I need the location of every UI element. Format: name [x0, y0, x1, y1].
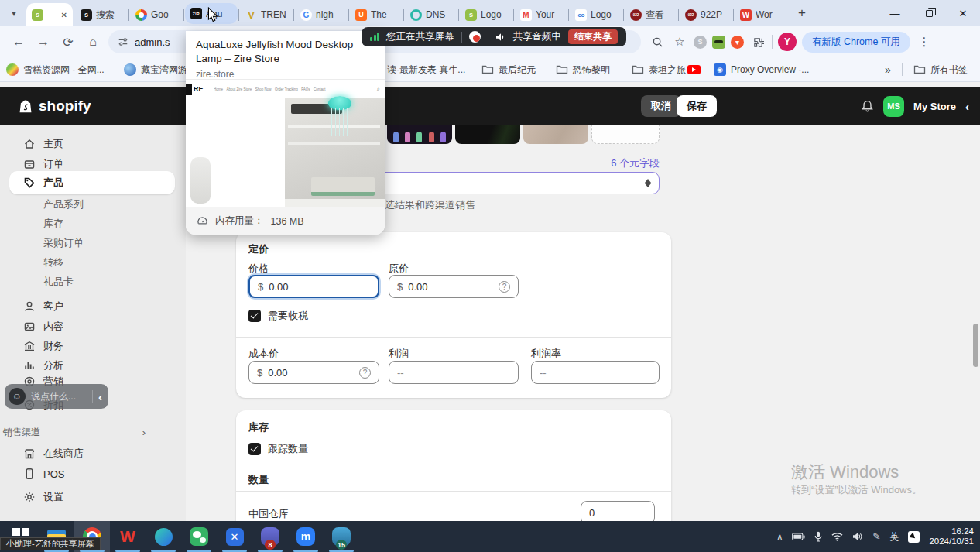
battery-icon[interactable] — [792, 533, 805, 541]
sidebar-item-home[interactable]: 主页 — [0, 134, 186, 154]
track-quantity-row[interactable]: 跟踪数量 — [248, 442, 308, 456]
taskbar-app-badge-15[interactable]: 15 — [324, 521, 359, 552]
taskbar-wps[interactable]: W — [110, 521, 146, 552]
home-button[interactable]: ⌂ — [81, 29, 105, 54]
taskbar-docs[interactable] — [146, 521, 181, 552]
help-icon[interactable]: ? — [359, 367, 371, 379]
checkbox-checked-icon[interactable] — [248, 443, 261, 455]
price-input[interactable] — [269, 281, 370, 293]
tab-nigh[interactable]: G nigh — [295, 3, 348, 26]
sidebar-item-customers[interactable]: 客户 — [0, 297, 186, 317]
bookmark-folder[interactable]: 泰坦之旅 — [632, 62, 686, 77]
margin-field[interactable] — [531, 361, 660, 384]
menu-dots-icon[interactable]: ⋮ — [916, 33, 933, 50]
shopify-logo[interactable]: shopify — [17, 98, 91, 115]
close-button[interactable]: ✕ — [946, 0, 980, 26]
profit-input[interactable] — [397, 367, 510, 379]
tab-close-icon[interactable]: ✕ — [61, 11, 67, 19]
page-scrollbar-thumb[interactable] — [973, 324, 978, 367]
extension-glasses-icon[interactable] — [712, 36, 725, 49]
checkbox-checked-icon[interactable] — [248, 310, 261, 322]
sidebar-item-settings[interactable]: 设置 — [0, 487, 186, 507]
bookmark-item[interactable]: 雪糕资源网 - 全网... — [6, 62, 105, 77]
store-avatar[interactable]: MS — [883, 96, 904, 117]
tab-your[interactable]: M Your — [515, 3, 567, 26]
notification-bell-icon[interactable] — [861, 100, 874, 113]
forward-button[interactable]: → — [31, 29, 56, 54]
profile-avatar[interactable]: Y — [778, 33, 797, 51]
assistant-collapse-icon[interactable]: ‹ — [98, 390, 102, 403]
extension-download-icon[interactable]: ▾ — [731, 36, 744, 49]
profit-field[interactable] — [389, 361, 519, 384]
tab-logo-1[interactable]: s Logo — [460, 3, 512, 26]
extension-gray-icon[interactable]: S — [694, 36, 707, 49]
bookmarks-overflow-chevron[interactable]: » — [885, 62, 891, 77]
cost-input[interactable] — [268, 367, 355, 379]
new-tab-button[interactable]: + — [792, 3, 812, 23]
taskbar-wechat[interactable] — [181, 521, 217, 552]
site-info-tune-icon[interactable] — [118, 36, 128, 47]
tab-dns[interactable]: DNS — [405, 3, 457, 26]
tab-chakan[interactable]: 922 查看 — [625, 3, 677, 26]
sidebar-item-online-store[interactable]: 在线商店 — [0, 444, 186, 464]
tray-expand-icon[interactable]: ∧ — [776, 532, 783, 542]
back-button[interactable]: ← — [6, 29, 31, 54]
tab-goo[interactable]: Goo — [130, 3, 183, 26]
tab-wor[interactable]: W Wor — [735, 3, 787, 26]
chrome-update-chip[interactable]: 有新版 Chrome 可用 — [802, 32, 910, 53]
extensions-puzzle-icon[interactable] — [749, 33, 766, 50]
price-field[interactable]: $ — [248, 275, 379, 298]
save-button[interactable]: 保存 — [677, 95, 717, 117]
tab-tren[interactable]: V TREN — [240, 3, 293, 26]
search-icon[interactable] — [649, 33, 666, 50]
bookmark-item[interactable]: 藏宝湾网游 — [124, 62, 187, 77]
ime-indicator[interactable]: 英 — [889, 530, 899, 543]
sidebar-item-products[interactable]: 产品 — [0, 173, 186, 193]
sales-channels-header[interactable]: 销售渠道 › — [3, 426, 183, 439]
tab-active-shopify[interactable]: s ✕ — [26, 3, 73, 26]
assistant-widget[interactable]: ☺ 说点什么... ‹ — [5, 384, 108, 409]
metafields-link[interactable]: 6 个元字段 — [611, 156, 660, 170]
microphone-icon[interactable] — [814, 531, 822, 542]
charge-tax-row[interactable]: 需要收税 — [248, 309, 308, 323]
sidebar-item-gift-cards[interactable]: 礼品卡 — [0, 272, 186, 292]
sidebar-item-pos[interactable]: POS — [0, 464, 186, 484]
sidebar-item-transfers[interactable]: 转移 — [0, 252, 186, 273]
collapse-chevron-icon[interactable]: ‹ — [965, 100, 969, 113]
bookmark-item[interactable]: 读-最新发表 真牛... — [387, 62, 465, 77]
taskbar-clock[interactable]: 16:24 2024/10/31 — [929, 526, 974, 547]
tab-search-chevron-icon[interactable]: ▾ — [5, 4, 23, 22]
reload-button[interactable]: ⟳ — [56, 29, 81, 54]
compare-price-input[interactable] — [408, 281, 494, 293]
tab-the[interactable]: U The — [350, 3, 403, 26]
quantity-field[interactable] — [581, 501, 655, 521]
sidebar-item-inventory[interactable]: 库存 — [0, 214, 186, 234]
bookmark-item[interactable]: ◉ Proxy Overview -... — [714, 62, 809, 77]
wifi-icon[interactable] — [831, 532, 843, 541]
tab-logo-2[interactable]: oo Logo — [570, 3, 622, 26]
taskbar-app-badge-8[interactable]: 8 — [252, 521, 288, 552]
help-icon[interactable]: ? — [499, 281, 510, 293]
compare-price-field[interactable]: $ ? — [389, 275, 519, 298]
taskbar-x-app[interactable]: ✕ — [217, 521, 252, 552]
pen-icon[interactable]: ✎ — [872, 531, 880, 542]
cost-field[interactable]: $ ? — [248, 361, 379, 384]
sidebar-item-finance[interactable]: 财务 — [0, 336, 186, 356]
margin-input[interactable] — [540, 367, 651, 379]
bookmark-youtube[interactable] — [687, 62, 705, 77]
touch-keyboard-icon[interactable] — [908, 531, 920, 543]
all-bookmarks[interactable]: 所有书签 — [913, 62, 968, 77]
taskbar-meeting[interactable]: m — [288, 521, 324, 552]
restore-button[interactable] — [912, 0, 946, 26]
bookmark-folder[interactable]: 最后纪元 — [481, 62, 536, 77]
minimize-button[interactable]: — — [878, 0, 912, 26]
quantity-input[interactable] — [589, 507, 646, 519]
cancel-button[interactable]: 取消 — [641, 95, 681, 117]
assistant-placeholder[interactable]: 说点什么... — [31, 390, 87, 403]
volume-icon[interactable] — [852, 532, 863, 541]
sidebar-item-purchase-orders[interactable]: 采购订单 — [0, 233, 186, 253]
stop-share-button[interactable]: 结束共享 — [568, 29, 618, 44]
bookmark-star-icon[interactable]: ☆ — [671, 33, 688, 50]
bookmark-folder[interactable]: 恐怖黎明 — [556, 62, 610, 77]
sidebar-item-collections[interactable]: 产品系列 — [0, 194, 186, 214]
